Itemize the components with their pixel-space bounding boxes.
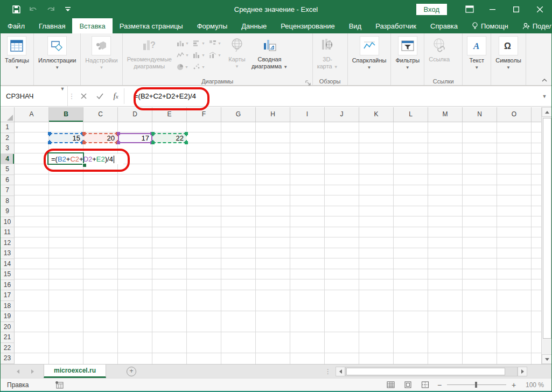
column-header-B[interactable]: B [49, 107, 83, 122]
cell-E2[interactable]: 22 [152, 133, 187, 144]
page-layout-view-icon[interactable] [402, 380, 414, 390]
redo-icon[interactable] [46, 4, 55, 14]
zoom-slider[interactable] [447, 384, 506, 385]
cell-C2[interactable]: 20 [83, 133, 118, 144]
symbols-button[interactable]: Ω Символы ▼ [493, 35, 524, 71]
sparklines-button[interactable]: Спарклайны ▼ [350, 35, 389, 71]
next-sheet-icon[interactable] [31, 369, 34, 374]
column-header-C[interactable]: C [83, 107, 118, 122]
text-button[interactable]: A Текст ▼ [464, 35, 489, 71]
waterfall-chart-button[interactable]: ▼ [176, 49, 192, 61]
vertical-scrollbar-thumb[interactable] [543, 118, 551, 339]
bar-chart-button[interactable]: ▼ [192, 37, 208, 49]
sheet-tab[interactable]: microexcel.ru [44, 365, 106, 378]
tab-developer[interactable]: Разработчик [368, 18, 423, 33]
page-break-view-icon[interactable] [419, 380, 431, 390]
formula-bar-handle[interactable]: ⋮ [67, 86, 75, 106]
link-globe-icon [430, 36, 449, 54]
scatter-chart-button[interactable]: ▼ [192, 61, 208, 73]
save-icon[interactable] [11, 4, 21, 14]
dropdown-arrow-icon: ▼ [283, 65, 288, 69]
filters-button[interactable]: Фильтры ▼ [393, 35, 422, 71]
column-header-partial[interactable] [532, 107, 541, 122]
tab-data[interactable]: Данные [234, 18, 274, 33]
tabbar-splitter[interactable]: ⋮ [325, 365, 331, 378]
cancel-formula-icon[interactable] [75, 86, 92, 106]
column-header-O[interactable]: O [497, 107, 532, 122]
tables-button[interactable]: Таблицы ▼ [2, 35, 32, 71]
column-header-I[interactable]: I [290, 107, 325, 122]
prev-sheet-icon[interactable] [17, 369, 19, 374]
tab-file[interactable]: Файл [1, 18, 32, 33]
histogram-chart-button[interactable]: ▼ [192, 49, 208, 61]
horizontal-scrollbar[interactable] [336, 365, 527, 378]
maps-button[interactable]: Карты ▼ [225, 35, 249, 70]
column-header-K[interactable]: K [359, 107, 394, 122]
link-button[interactable]: Ссылка [426, 35, 452, 64]
recommended-charts-button[interactable]: ? Рекомендуемые диаграммы [124, 35, 174, 71]
minimize-button[interactable] [480, 0, 504, 18]
tab-formulas[interactable]: Формулы [190, 18, 235, 33]
scroll-left-icon[interactable] [336, 367, 345, 376]
horizontal-scrollbar-thumb[interactable] [346, 368, 505, 375]
column-header-A[interactable]: A [15, 107, 49, 122]
undo-icon[interactable] [29, 4, 38, 14]
map3d-button[interactable]: 3D- карта ▼ [315, 35, 341, 72]
tab-review[interactable]: Рецензирование [274, 18, 341, 33]
tab-home[interactable]: Главная [32, 18, 72, 33]
tab-help[interactable]: Справка [423, 18, 465, 33]
tab-insert[interactable]: Вставка [72, 18, 112, 33]
editing-cell-text[interactable]: =(B2+C2+D2+E2)/4 [51, 154, 114, 164]
column-header-G[interactable]: G [221, 107, 256, 122]
tab-share[interactable]: Поделиться [515, 18, 552, 33]
new-sheet-icon[interactable]: + [127, 367, 136, 376]
column-header-L[interactable]: L [394, 107, 428, 122]
hierarchy-chart-button[interactable]: ▼ [208, 37, 224, 49]
dialog-launcher-icon[interactable] [305, 78, 311, 83]
column-header-H[interactable]: H [256, 107, 290, 122]
expand-formula-bar-icon[interactable]: ▼ [537, 86, 551, 106]
zoom-out-icon[interactable]: − [436, 381, 443, 389]
collapse-ribbon-icon[interactable] [542, 77, 547, 83]
scroll-up-icon[interactable] [542, 107, 552, 117]
maximize-button[interactable] [504, 0, 528, 18]
dropdown-arrow-icon: ▼ [334, 65, 338, 69]
close-button[interactable] [528, 0, 551, 18]
scroll-down-icon[interactable] [542, 354, 552, 364]
column-header-E[interactable]: E [152, 107, 187, 122]
zoom-level[interactable]: 100 % [522, 381, 544, 389]
tab-page-layout[interactable]: Разметка страницы [113, 18, 190, 33]
illustrations-button[interactable]: Иллюстрации ▼ [36, 35, 79, 71]
normal-view-icon[interactable] [385, 380, 396, 390]
formula-input[interactable]: =(B2+C2+D2+E2)/4 [124, 86, 537, 106]
name-box-dropdown-icon[interactable]: ▼ [58, 86, 67, 106]
tab-assistant[interactable]: Помощн [465, 18, 515, 33]
pie-chart-button[interactable]: ▼ [176, 61, 192, 73]
name-box[interactable]: СРЗНАЧ [1, 86, 58, 106]
column-header-F[interactable]: F [187, 107, 221, 122]
select-all-corner[interactable] [1, 107, 15, 122]
enter-formula-icon[interactable] [92, 86, 108, 106]
cell-B2[interactable]: 15 [49, 133, 83, 144]
recommended-charts-icon: ? [140, 36, 158, 54]
sign-in-button[interactable]: Вход [416, 4, 447, 15]
tab-view[interactable]: Вид [342, 18, 369, 33]
scroll-right-icon[interactable] [518, 367, 527, 376]
insert-function-icon[interactable]: fx [108, 86, 124, 106]
svg-text:?: ? [150, 40, 156, 50]
vertical-scrollbar[interactable] [541, 107, 552, 364]
macro-record-icon[interactable] [55, 381, 64, 389]
zoom-in-icon[interactable]: + [511, 381, 517, 389]
combo-chart-button[interactable]: ▼ [208, 49, 224, 61]
addins-button[interactable]: Надстройки ▼ [82, 35, 120, 71]
ribbon-display-options-icon[interactable] [459, 0, 480, 18]
pivot-chart-button[interactable]: Сводная диаграмма ▼ [249, 35, 290, 72]
column-header-N[interactable]: N [463, 107, 497, 122]
column-chart-button[interactable]: ▼ [176, 37, 192, 49]
zoom-slider-thumb[interactable] [475, 382, 477, 388]
column-header-J[interactable]: J [325, 107, 359, 122]
cell-D2[interactable]: 17 [118, 133, 152, 144]
column-header-D[interactable]: D [118, 107, 152, 122]
customize-qat-icon[interactable] [63, 4, 73, 14]
column-header-M[interactable]: M [428, 107, 463, 122]
